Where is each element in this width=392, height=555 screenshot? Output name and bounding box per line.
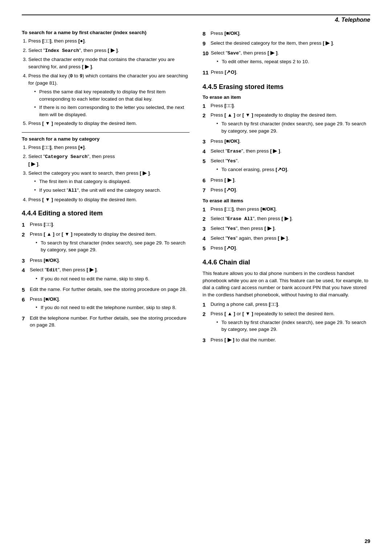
key-label: [↗O]	[224, 245, 236, 251]
category-search-heading: To search for a name by category	[22, 136, 189, 142]
key-icon: [ ▶ ]	[28, 161, 38, 167]
bullet-list: If you do not need to edit the telephone…	[30, 304, 189, 311]
step-row: 4 Select "Erase", then press [ ▶ ].	[203, 147, 370, 155]
step-number: 4	[22, 266, 28, 284]
list-item: Press the dial key (0 to 9) which contai…	[28, 72, 189, 118]
step-number: 2	[203, 215, 208, 223]
page-container: 4. Telephone To search for a name by fir…	[0, 0, 392, 555]
step-number: 4	[203, 235, 208, 243]
step-row: 2 Press [ ▲ ] or [ ▼ ] repeatedly to dis…	[203, 112, 370, 136]
list-item: If there is no item corresponding to the…	[34, 104, 189, 118]
list-item: To search by first character (index sear…	[216, 120, 370, 134]
step-row: 1 Press [□□], then press [■/OK].	[203, 206, 370, 214]
list-item: To search by first character (index sear…	[216, 319, 370, 333]
list-item: To search by first character (index sear…	[36, 239, 189, 254]
step-content: Press [□□].	[211, 102, 370, 110]
key-icon: [ ▶ ]	[281, 216, 291, 221]
key-value: 0	[70, 73, 73, 79]
list-item: Select "Index Search", then press [ ▶ ].	[28, 47, 189, 54]
chain-dial-section-heading: 4.4.6 Chain dial	[203, 259, 370, 266]
menu-item: Save	[228, 50, 239, 56]
key-icon: [□□]	[42, 145, 51, 150]
menu-item: Erase	[227, 149, 241, 154]
menu-item: Category Search	[45, 154, 87, 159]
key-icon: [ ▲ ]	[224, 112, 235, 118]
list-item: Select the category you want to search, …	[28, 170, 189, 194]
step-content: Select "Erase", then press [ ▶ ].	[211, 147, 370, 155]
step-content: Select "Save", then press [ ▶ ]. To edit…	[211, 49, 370, 67]
step-row: 9 Select the desired category for the it…	[203, 40, 370, 48]
step-row: 6 Press [ ▶ ].	[203, 177, 370, 185]
step-number: 5	[203, 157, 208, 175]
list-item: Select "Category Search", then press[ ▶ …	[28, 153, 189, 167]
list-item: To edit other items, repeat steps 2 to 1…	[217, 58, 370, 65]
list-item: The first item in that category is displ…	[34, 178, 189, 185]
step-row: 3 Press [■/OK].	[203, 138, 370, 146]
bullet-list: To search by first character (index sear…	[211, 120, 370, 134]
step-number: 3	[203, 225, 208, 233]
menu-item: Erase All	[227, 216, 253, 222]
step-content: Press [ ▶ ].	[211, 177, 370, 185]
step-content: Press [ ▲ ] or [ ▼ ] repeatedly to displ…	[211, 112, 370, 136]
step-number: 1	[203, 301, 208, 309]
page-header: 4. Telephone	[22, 17, 370, 23]
step-content: Press [↗O].	[211, 69, 370, 77]
step-row: 3 Select "Yes", then press [ ▶ ].	[203, 225, 370, 233]
list-item: Press [ ▼ ] repeatedly to display the de…	[28, 196, 189, 203]
step-content: Press [■/OK].	[30, 257, 189, 265]
key-label: [■/OK]	[44, 296, 58, 302]
right-column: 8 Press [■/OK]. 9 Select the desired cat…	[203, 30, 370, 346]
bullet-list: The first item in that category is displ…	[28, 178, 189, 194]
key-icon: [□□]	[42, 38, 51, 44]
list-item: Press [□□], then press [●].	[28, 144, 189, 151]
step-number: 1	[203, 102, 208, 110]
erase-all-subheading: To erase all items	[203, 198, 370, 203]
step-row: 11 Press [↗O].	[203, 69, 370, 77]
key-icon: [ ▶ ]	[140, 170, 150, 176]
key-label: [↗O]	[225, 69, 236, 75]
step-row: 8 Press [■/OK].	[203, 30, 370, 38]
list-item: Press the same dial key repeatedly to di…	[34, 88, 189, 102]
step-number: 2	[203, 112, 208, 136]
step-content: Press [↗O].	[211, 244, 370, 252]
step-content: Press [□□].	[30, 221, 189, 229]
section-rule	[22, 132, 189, 133]
editing-section-heading: 4.4.4 Editing a stored item	[22, 210, 189, 217]
step-content: Press [■/OK].	[211, 138, 370, 146]
step-row: 6 Press [■/OK]. If you do not need to ed…	[22, 296, 189, 313]
key-icon: [ ▶ ]	[323, 40, 333, 46]
step-number: 8	[203, 30, 208, 38]
page-number: 29	[364, 538, 370, 544]
menu-item: Index Search	[45, 48, 79, 53]
step-row: 7 Press [↗O].	[203, 186, 370, 194]
step-content: Select the desired category for the item…	[211, 40, 370, 48]
key-icon: [ ▶ ]	[224, 337, 234, 343]
step-number: 5	[203, 244, 208, 252]
step-row: 1 During a phone call, press [□□].	[203, 301, 370, 309]
step-row: 4 Select "Edit", then press [ ▶ ]. If yo…	[22, 266, 189, 284]
step-row: 3 Press [ ▶ ] to dial the number.	[203, 336, 370, 344]
step-number: 7	[203, 186, 208, 194]
list-item: Select the character entry mode that con…	[28, 56, 189, 70]
bullet-list: To cancel erasing, press [↗O].	[211, 166, 370, 173]
step-number: 1	[203, 206, 208, 214]
header-rule	[22, 15, 370, 15]
key-icon: [□□]	[269, 301, 278, 307]
index-search-list: Press [□□], then press [●]. Select "Inde…	[22, 37, 189, 127]
key-icon: [●]	[78, 38, 85, 44]
step-number: 2	[203, 310, 208, 335]
key-icon: [ ▶ ]	[82, 64, 92, 69]
bullet-list: If you do not need to edit the name, ski…	[30, 275, 189, 283]
key-icon: [ ▶ ]	[278, 235, 288, 241]
key-icon: [●]	[78, 145, 85, 150]
key-icon: [ ▼ ]	[242, 112, 253, 118]
step-row: 4 Select "Yes" again, then press [ ▶ ].	[203, 235, 370, 243]
step-row: 2 Select "Erase All", then press [ ▶ ].	[203, 215, 370, 223]
bullet-list: To edit other items, repeat steps 2 to 1…	[211, 58, 370, 65]
key-icon: [ ▼ ]	[42, 197, 53, 202]
list-item: To cancel erasing, press [↗O].	[216, 166, 370, 173]
key-icon: [ ▼ ]	[62, 231, 73, 237]
step-content: Press [↗O].	[211, 186, 370, 194]
step-content: Edit the name. For further details, see …	[30, 286, 189, 294]
key-icon: [ ▶ ]	[224, 177, 234, 183]
